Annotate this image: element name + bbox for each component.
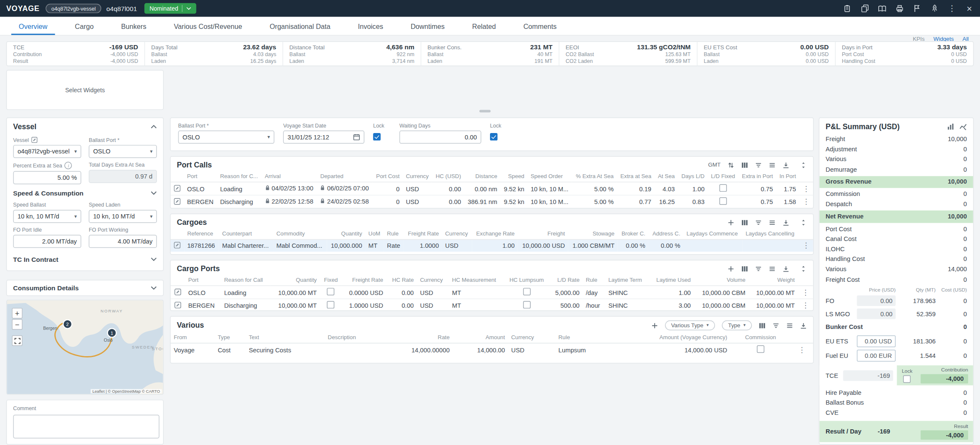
unfold-icon[interactable] bbox=[800, 219, 807, 226]
form-ballast-port-select[interactable]: OSLO▾ bbox=[178, 130, 274, 144]
consumption-details-section[interactable]: Consumption Details bbox=[7, 281, 163, 294]
table-row[interactable]: BERGENDischarging10,000.00 MT1.0000 USD0… bbox=[171, 299, 813, 312]
waiting-days-input[interactable]: 0.00 bbox=[399, 130, 481, 144]
add-icon[interactable] bbox=[727, 219, 734, 226]
sort-icon[interactable] bbox=[727, 162, 734, 168]
fo-price-input[interactable]: 0.00 bbox=[857, 295, 896, 306]
table-row[interactable]: BERGENDischarging22/02/25 12:5824/02/25 … bbox=[171, 195, 813, 208]
gmt-toggle[interactable]: GMT bbox=[708, 162, 721, 168]
copy-icon[interactable] bbox=[860, 4, 869, 13]
fo-port-idle-input[interactable]: 2.00 MT/day bbox=[13, 235, 81, 248]
columns-icon[interactable] bbox=[741, 219, 748, 226]
checkbox[interactable] bbox=[523, 301, 530, 309]
lock-checkbox[interactable] bbox=[373, 133, 381, 141]
speed-ballast-select[interactable]: 10 kn, 10 MT/d▾ bbox=[13, 210, 81, 223]
edit-row-icon[interactable] bbox=[174, 184, 181, 191]
checkbox[interactable] bbox=[719, 197, 727, 205]
calendar-icon[interactable] bbox=[353, 133, 360, 140]
checkbox[interactable] bbox=[757, 346, 764, 353]
add-icon[interactable] bbox=[727, 265, 734, 272]
edit-row-icon[interactable] bbox=[174, 288, 181, 295]
rocket-icon[interactable] bbox=[930, 4, 939, 13]
tce-lock-checkbox[interactable] bbox=[903, 375, 911, 383]
menu-icon[interactable] bbox=[769, 162, 775, 168]
clipboard-icon[interactable] bbox=[843, 4, 852, 13]
unfold-icon[interactable] bbox=[800, 162, 807, 168]
more-menu-icon[interactable]: ⋮ bbox=[948, 4, 957, 13]
row-menu-icon[interactable]: ⋮ bbox=[802, 197, 810, 206]
download-icon[interactable] bbox=[783, 162, 789, 168]
menu-icon[interactable] bbox=[786, 322, 793, 329]
type-filter[interactable]: Type▾ bbox=[722, 320, 752, 331]
edit-icon[interactable] bbox=[31, 137, 38, 143]
info-icon[interactable]: i bbox=[65, 162, 72, 170]
fullscreen-button[interactable] bbox=[12, 335, 23, 346]
printer-icon[interactable] bbox=[895, 4, 904, 13]
tab-organisational-data[interactable]: Organisational Data bbox=[256, 17, 345, 35]
tab-downtimes[interactable]: Downtimes bbox=[397, 17, 459, 35]
row-menu-icon[interactable]: ⋮ bbox=[798, 345, 806, 354]
close-icon[interactable]: × bbox=[965, 4, 974, 13]
vessel-select[interactable]: o4q87l2vgb-vessel▾ bbox=[13, 145, 81, 158]
ballast-port-select[interactable]: OSLO▾ bbox=[89, 145, 157, 158]
eu-ets-price-input[interactable]: 0.00 USD bbox=[857, 335, 896, 347]
tab-various-cost-revenue[interactable]: Various Cost/Revenue bbox=[160, 17, 256, 35]
menu-icon[interactable] bbox=[769, 219, 775, 226]
tab-comments[interactable]: Comments bbox=[510, 17, 570, 35]
edit-row-icon[interactable] bbox=[174, 301, 181, 308]
lock-checkbox[interactable] bbox=[490, 133, 498, 141]
zoom-in-button[interactable]: + bbox=[12, 308, 23, 318]
table-row[interactable]: VoyageCostSecuring Costs14,000.0000014,0… bbox=[171, 343, 813, 356]
download-icon[interactable] bbox=[783, 219, 789, 226]
tc-in-contract-section[interactable]: TC In Contract bbox=[7, 252, 163, 265]
fo-port-working-input[interactable]: 4.00 MT/day bbox=[89, 235, 157, 248]
route-map[interactable]: NORWAY SWEDEN STOCKHOLM Bergen Oslo 2 1 … bbox=[6, 300, 164, 394]
lsmgo-price-input[interactable]: 0.00 bbox=[857, 309, 896, 319]
checkbox[interactable] bbox=[327, 288, 335, 295]
milestone-flag-icon[interactable] bbox=[912, 4, 921, 13]
speed-laden-select[interactable]: 10 kn, 10 MT/d▾ bbox=[89, 210, 157, 223]
table-row[interactable]: OSLOLoading04/02/25 13:0006/02/25 07:000… bbox=[171, 182, 813, 195]
collapse-icon[interactable] bbox=[151, 125, 157, 129]
checkbox[interactable] bbox=[523, 288, 530, 295]
download-icon[interactable] bbox=[783, 265, 789, 272]
row-menu-icon[interactable]: ⋮ bbox=[802, 241, 810, 250]
select-widgets-button[interactable]: Select Widgets bbox=[59, 84, 111, 96]
row-menu-icon[interactable]: ⋮ bbox=[802, 288, 809, 297]
map-attribution[interactable]: Leaflet | © OpenStreetMap © CARTO bbox=[91, 389, 162, 393]
tab-bunkers[interactable]: Bunkers bbox=[107, 17, 160, 35]
tab-invoices[interactable]: Invoices bbox=[344, 17, 397, 35]
row-menu-icon[interactable]: ⋮ bbox=[802, 184, 810, 193]
download-icon[interactable] bbox=[800, 322, 807, 329]
filter-icon[interactable] bbox=[755, 265, 762, 272]
columns-icon[interactable] bbox=[759, 322, 766, 329]
fuel-eu-price-input[interactable]: 0.00 EUR bbox=[857, 350, 896, 362]
table-row[interactable]: 18781266Mabl Charterer...Mabl Commod...1… bbox=[171, 240, 813, 252]
bar-chart-icon[interactable] bbox=[947, 123, 954, 130]
checkbox[interactable] bbox=[719, 184, 727, 192]
unfold-icon[interactable] bbox=[800, 265, 807, 272]
tab-cargo[interactable]: Cargo bbox=[61, 17, 108, 35]
status-dropdown[interactable]: Nominated bbox=[145, 3, 197, 14]
checkbox[interactable] bbox=[327, 301, 335, 309]
tce-input[interactable]: -169 bbox=[843, 370, 893, 381]
row-menu-icon[interactable]: ⋮ bbox=[802, 301, 809, 310]
edit-row-icon[interactable] bbox=[174, 198, 181, 204]
filter-icon[interactable] bbox=[772, 322, 779, 329]
percent-extra-input[interactable]: 5.00 % bbox=[13, 171, 81, 184]
filter-icon[interactable] bbox=[755, 162, 762, 168]
zoom-out-button[interactable]: − bbox=[12, 319, 23, 330]
filter-icon[interactable] bbox=[755, 219, 762, 226]
tab-overview[interactable]: Overview bbox=[5, 17, 61, 35]
edit-row-icon[interactable] bbox=[174, 242, 181, 249]
line-chart-icon[interactable] bbox=[959, 123, 967, 130]
columns-icon[interactable] bbox=[741, 162, 748, 168]
resize-handle[interactable] bbox=[479, 110, 490, 113]
comment-textarea[interactable] bbox=[13, 415, 160, 439]
columns-icon[interactable] bbox=[741, 265, 748, 272]
add-icon[interactable] bbox=[651, 322, 658, 329]
menu-icon[interactable] bbox=[769, 265, 775, 272]
table-row[interactable]: OSLOLoading10,000.00 MT0.0000 USD0.00USD… bbox=[171, 286, 813, 299]
speed-consumption-section[interactable]: Speed & Consumption bbox=[7, 185, 163, 199]
book-icon[interactable] bbox=[877, 4, 886, 13]
